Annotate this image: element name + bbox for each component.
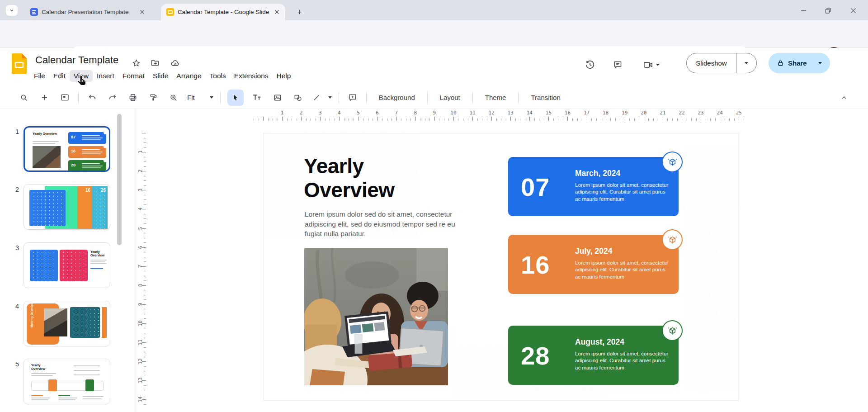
slide-number: 3 bbox=[11, 244, 19, 251]
slide-thumbnail-1[interactable]: Yearly Overview 07 16 28 bbox=[24, 126, 110, 172]
slide-thumbnail-3[interactable]: Yearly Overview bbox=[24, 242, 110, 288]
slide-photo[interactable] bbox=[304, 248, 448, 385]
tab-close-icon[interactable] bbox=[138, 8, 146, 16]
share-button[interactable]: Share bbox=[769, 53, 830, 73]
print-icon bbox=[128, 93, 137, 102]
folder-move-icon bbox=[151, 58, 160, 67]
chevron-down-icon bbox=[656, 64, 660, 66]
menu-item[interactable]: Extensions bbox=[230, 70, 273, 82]
star-document-button[interactable] bbox=[130, 57, 142, 69]
slide-thumbnail-4[interactable]: Monthly Overview bbox=[24, 301, 110, 346]
slide-title[interactable]: Yearly Overview bbox=[304, 154, 395, 202]
zoom-button[interactable] bbox=[167, 91, 180, 104]
collapse-toolbar-button[interactable] bbox=[837, 91, 851, 104]
menu-item[interactable]: File bbox=[30, 70, 49, 82]
paint-format-button[interactable] bbox=[146, 91, 160, 104]
slide-page[interactable]: Yearly Overview Lorem ipsum dolor sed do… bbox=[264, 133, 739, 401]
date-card[interactable]: 16 July, 2024 Lorem ipsum dolor sit amet… bbox=[508, 235, 679, 294]
insert-shape-button[interactable] bbox=[291, 91, 305, 104]
window-minimize-button[interactable] bbox=[797, 5, 810, 16]
toolbar-text-button[interactable]: Transition bbox=[525, 91, 566, 104]
cloud-saved-icon bbox=[170, 58, 180, 68]
toolbar-divider bbox=[518, 92, 519, 104]
tab-search-button[interactable] bbox=[6, 5, 18, 16]
tab-close-icon[interactable] bbox=[273, 8, 281, 16]
text-box-button[interactable] bbox=[250, 91, 264, 104]
share-dropdown[interactable] bbox=[811, 62, 830, 64]
select-tool-button[interactable] bbox=[227, 90, 244, 106]
zoom-in-icon bbox=[169, 93, 178, 102]
toolbar-text-button[interactable]: Theme bbox=[480, 91, 512, 104]
new-slide-layout-button[interactable] bbox=[58, 91, 71, 104]
document-title[interactable]: Calendar Template bbox=[35, 54, 118, 66]
chevron-down-icon[interactable] bbox=[328, 96, 332, 99]
insert-image-button[interactable] bbox=[271, 91, 284, 104]
window-restore-button[interactable] bbox=[821, 5, 835, 16]
menu-item[interactable]: Arrange bbox=[172, 70, 205, 82]
version-history-button[interactable] bbox=[584, 59, 596, 71]
toolbar-text-buttons: Background Layout Theme Transition bbox=[366, 91, 566, 104]
shapes-icon bbox=[293, 93, 302, 102]
close-icon bbox=[850, 8, 856, 14]
comments-button[interactable] bbox=[612, 59, 623, 71]
toolbar-text-button[interactable]: Background bbox=[373, 91, 420, 104]
date-cards: 07 March, 2024 Lorem ipsum dolor sit ame… bbox=[508, 133, 679, 401]
thumb-photo bbox=[33, 146, 61, 168]
chevron-up-icon bbox=[840, 94, 848, 101]
slideshow-dropdown[interactable] bbox=[736, 62, 756, 64]
zoom-fit-select[interactable]: Fit bbox=[187, 94, 195, 101]
cube-badge-icon bbox=[662, 320, 683, 341]
date-card[interactable]: 28 August, 2024 Lorem ipsum dolor sit am… bbox=[508, 326, 679, 385]
google-slides-logo[interactable] bbox=[12, 53, 27, 74]
plus-icon bbox=[40, 93, 49, 102]
tab-title: Calendar Presentation Template bbox=[42, 9, 134, 15]
search-menus-button[interactable] bbox=[17, 91, 31, 104]
insert-comment-button[interactable] bbox=[346, 91, 359, 104]
new-tab-button[interactable] bbox=[293, 5, 306, 18]
new-slide-button[interactable] bbox=[38, 91, 51, 104]
card-day: 07 bbox=[521, 172, 550, 201]
redo-icon bbox=[108, 93, 117, 102]
toolbar-divider bbox=[427, 92, 428, 104]
slide-thumbnail-5[interactable]: Yearly Overview bbox=[24, 359, 110, 404]
menu-item[interactable]: Format bbox=[118, 70, 149, 82]
browser-tab-inactive[interactable]: Calendar Presentation Template bbox=[25, 4, 151, 20]
card-month: March, 2024 bbox=[575, 169, 620, 178]
menu-item[interactable]: Insert bbox=[93, 70, 118, 82]
document-status-button[interactable] bbox=[169, 57, 181, 69]
horizontal-ruler: 1234567891011121314151617181920212223242… bbox=[136, 109, 868, 121]
insert-line-button[interactable] bbox=[311, 91, 321, 104]
share-label: Share bbox=[788, 59, 807, 67]
undo-button[interactable] bbox=[85, 91, 99, 104]
redo-button[interactable] bbox=[106, 91, 119, 104]
toolbar-divider bbox=[366, 92, 367, 104]
move-to-folder-button[interactable] bbox=[149, 57, 161, 69]
browser-toolbar: docs.google.com/presentation/d/13FEEhkZn… bbox=[0, 20, 868, 48]
menu-item[interactable]: Slide bbox=[149, 70, 172, 82]
card-body: Lorem ipsum dolor sit amet, consectetur … bbox=[575, 181, 669, 202]
cube-badge-icon bbox=[662, 152, 683, 172]
date-card[interactable]: 07 March, 2024 Lorem ipsum dolor sit ame… bbox=[508, 157, 679, 216]
menu-bar: File Edit View Insert Format Slide Arran… bbox=[30, 70, 295, 82]
filmstrip-scrollbar[interactable] bbox=[117, 114, 122, 245]
slide-body-text[interactable]: Lorem ipsum dolor sed do sit amet, conse… bbox=[305, 209, 464, 239]
window-close-button[interactable] bbox=[846, 5, 860, 16]
line-icon bbox=[312, 94, 321, 102]
lock-icon bbox=[777, 59, 784, 67]
search-icon bbox=[19, 93, 28, 102]
video-camera-icon bbox=[643, 60, 653, 70]
slideshow-button[interactable]: Slideshow bbox=[686, 53, 757, 73]
tab-title: Calendar Template - Google Slides bbox=[178, 9, 269, 15]
print-button[interactable] bbox=[126, 91, 140, 104]
account-avatar[interactable] bbox=[838, 53, 856, 71]
toolbar-divider bbox=[472, 92, 473, 104]
menu-item[interactable]: Help bbox=[273, 70, 295, 82]
browser-tab-active[interactable]: Calendar Template - Google Slides bbox=[161, 4, 285, 20]
menu-item[interactable]: Tools bbox=[206, 70, 230, 82]
menu-item[interactable]: Edit bbox=[49, 70, 70, 82]
join-call-button[interactable] bbox=[641, 59, 661, 71]
slide-thumbnail-2[interactable]: 16 26 bbox=[24, 184, 110, 230]
toolbar-text-button[interactable]: Layout bbox=[434, 91, 466, 104]
card-day: 28 bbox=[521, 341, 550, 370]
chevron-down-icon[interactable] bbox=[210, 96, 213, 99]
